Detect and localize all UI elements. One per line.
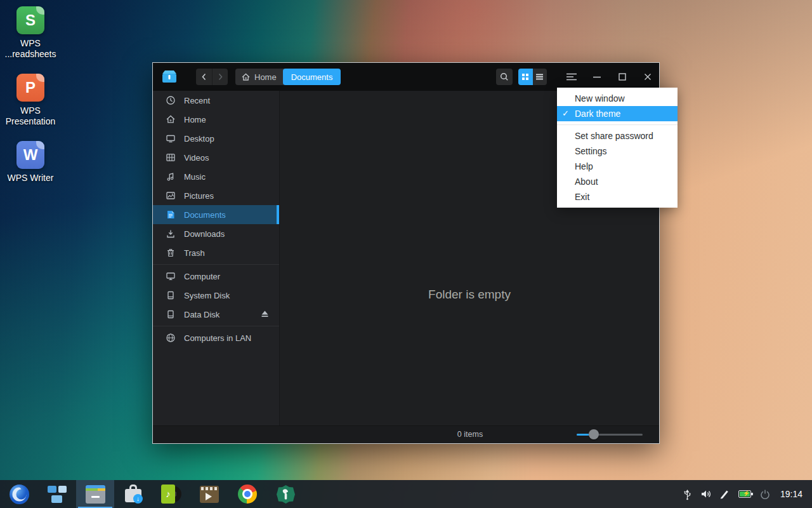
menu-item-exit[interactable]: Exit	[557, 189, 678, 204]
taskbar-music[interactable]: ♪	[152, 480, 190, 508]
hamburger-menu-icon	[566, 72, 577, 81]
sidebar-item-computer[interactable]: Computer	[153, 267, 279, 286]
search-icon	[499, 72, 509, 82]
home-icon	[241, 72, 251, 81]
breadcrumb-home[interactable]: Home	[235, 69, 284, 85]
taskbar-chrome[interactable]	[228, 480, 266, 508]
movie-app-icon	[200, 486, 219, 503]
computer-icon	[166, 271, 176, 281]
sidebar-item-videos[interactable]: Videos	[153, 148, 279, 167]
tile-letter: S	[25, 11, 36, 29]
document-icon	[166, 210, 176, 220]
maximize-button[interactable]	[615, 69, 630, 85]
usb-tray-icon[interactable]	[682, 488, 693, 500]
sidebar-item-documents[interactable]: Documents	[153, 205, 279, 224]
view-mode-toggle	[518, 69, 547, 85]
desktop-icon-label: WPSPresentation	[0, 105, 61, 127]
picture-icon	[166, 190, 176, 201]
menu-item-new-window[interactable]: New window	[557, 91, 678, 106]
sidebar: Recent Home Desktop Videos Music Picture…	[153, 91, 280, 425]
network-globe-icon	[166, 333, 176, 343]
taskbar-launcher[interactable]	[0, 480, 38, 508]
sidebar-item-computers-in-lan[interactable]: Computers in LAN	[153, 328, 279, 347]
clock[interactable]: 19:14	[780, 489, 802, 499]
sidebar-item-label: Recent	[184, 96, 210, 105]
list-view-button[interactable]	[533, 69, 547, 85]
titlebar[interactable]: Home Documents	[153, 63, 659, 91]
slider-handle[interactable]	[589, 429, 599, 439]
battery-tray-icon[interactable]: ⚡	[737, 488, 752, 500]
power-tray-icon[interactable]	[759, 488, 771, 500]
checkmark-icon: ✓	[562, 106, 569, 121]
desktop-icon-wps-presentation[interactable]: P WPSPresentation	[0, 74, 61, 127]
taskbar-toolbox[interactable]	[266, 480, 304, 508]
menu-item-dark-theme[interactable]: ✓ Dark theme	[557, 106, 678, 121]
music-note-icon	[166, 171, 176, 182]
nav-buttons	[196, 69, 228, 85]
clock-icon	[166, 95, 176, 105]
icon-size-slider[interactable]	[577, 434, 643, 436]
search-button[interactable]	[496, 69, 513, 85]
eject-button[interactable]	[261, 310, 269, 319]
window-dropdown-menu: New window ✓ Dark theme Set share passwo…	[557, 88, 678, 208]
taskbar-movies[interactable]	[190, 480, 228, 508]
volume-tray-icon[interactable]	[700, 488, 712, 500]
window-menu-button[interactable]	[564, 69, 579, 85]
breadcrumb: Home Documents	[235, 69, 341, 85]
pen-tray-icon[interactable]	[719, 488, 730, 500]
close-icon	[643, 72, 652, 81]
taskbar-multitasking-view[interactable]	[38, 480, 76, 508]
sidebar-item-trash[interactable]: Trash	[153, 243, 279, 262]
file-manager-icon	[86, 485, 105, 504]
sidebar-item-label: Trash	[184, 248, 205, 258]
wps-spreadsheets-icon: S	[16, 6, 44, 34]
app-store-icon: ↓	[124, 485, 143, 504]
sidebar-item-label: Pictures	[184, 191, 214, 201]
sidebar-item-home[interactable]: Home	[153, 110, 279, 129]
taskbar-file-manager[interactable]	[76, 480, 114, 508]
desktop-icon	[166, 133, 176, 144]
desktop-icon-wps-spreadsheets[interactable]: S WPS...readsheets	[0, 6, 61, 60]
file-manager-app-icon	[162, 69, 177, 86]
empty-folder-message: Folder is empty	[280, 288, 659, 302]
sidebar-item-system-disk[interactable]: System Disk	[153, 286, 279, 305]
sidebar-item-recent[interactable]: Recent	[153, 91, 279, 110]
taskbar: ↓ ♪ ⚡ 19:14	[0, 480, 812, 508]
menu-item-set-share-password[interactable]: Set share password	[557, 128, 678, 144]
sidebar-item-pictures[interactable]: Pictures	[153, 186, 279, 205]
tile-letter: W	[23, 146, 38, 164]
tile-letter: P	[25, 79, 36, 97]
sidebar-item-label: Home	[184, 115, 206, 124]
sidebar-item-data-disk[interactable]: Data Disk	[153, 305, 279, 324]
minimize-button[interactable]	[589, 69, 605, 85]
chrome-icon	[238, 485, 257, 504]
sidebar-item-desktop[interactable]: Desktop	[153, 129, 279, 148]
menu-item-settings[interactable]: Settings	[557, 144, 678, 159]
forward-button[interactable]	[212, 69, 228, 85]
sidebar-item-label: Computer	[184, 272, 220, 281]
sidebar-item-label: Documents	[184, 210, 226, 220]
breadcrumb-current-tab[interactable]: Documents	[283, 69, 341, 85]
icon-view-button[interactable]	[518, 69, 533, 85]
close-button[interactable]	[640, 69, 655, 85]
desktop-icon-label: WPS Writer	[0, 173, 61, 184]
sidebar-item-label: Computers in LAN	[184, 333, 251, 343]
disk-icon	[166, 309, 176, 319]
wps-writer-icon: W	[16, 141, 44, 169]
grid-view-icon	[521, 72, 530, 81]
taskbar-app-store[interactable]: ↓	[114, 480, 152, 508]
menu-item-help[interactable]: Help	[557, 159, 678, 174]
sidebar-item-downloads[interactable]: Downloads	[153, 224, 279, 243]
breadcrumb-current-label: Documents	[291, 72, 333, 82]
sidebar-item-music[interactable]: Music	[153, 167, 279, 186]
menu-item-about[interactable]: About	[557, 174, 678, 189]
chevron-right-icon	[215, 72, 225, 82]
desktop-icon-wps-writer[interactable]: W WPS Writer	[0, 141, 61, 184]
music-app-icon: ♪	[161, 485, 181, 504]
toolbox-icon	[276, 485, 296, 504]
menu-separator	[557, 124, 678, 125]
multitasking-icon	[48, 486, 67, 503]
home-icon	[166, 114, 176, 124]
sidebar-item-label: Data Disk	[184, 310, 219, 319]
back-button[interactable]	[196, 69, 212, 85]
